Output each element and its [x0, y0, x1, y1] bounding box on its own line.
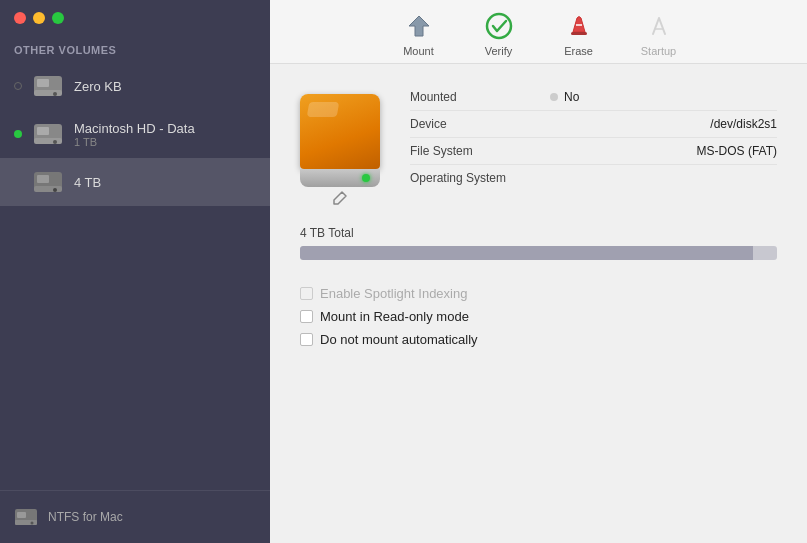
svg-rect-2 — [37, 79, 49, 87]
mount-button[interactable]: Mount — [394, 10, 444, 57]
erase-label: Erase — [564, 45, 593, 57]
rename-icon[interactable] — [332, 190, 348, 206]
content-area: Mounted No Device /dev/disk2s1 File Syst… — [270, 64, 807, 543]
traffic-lights — [0, 0, 270, 36]
sidebar-footer-label: NTFS for Mac — [48, 510, 123, 524]
option-no-auto-mount: Do not mount automatically — [300, 332, 777, 347]
readonly-label: Mount in Read-only mode — [320, 309, 469, 324]
device-label: Device — [410, 117, 550, 131]
close-button[interactable] — [14, 12, 26, 24]
svg-rect-1 — [34, 90, 62, 96]
erase-icon — [563, 10, 595, 42]
startup-label: Startup — [641, 45, 676, 57]
device-row: Device /dev/disk2s1 — [410, 111, 777, 138]
svg-rect-6 — [37, 127, 49, 135]
sidebar-section-label: Other Volumes — [0, 36, 270, 62]
sidebar: Other Volumes Zero KB Macintosh HD - Dat… — [0, 0, 270, 543]
svg-point-11 — [53, 188, 57, 192]
sidebar-footer: NTFS for Mac — [0, 490, 270, 543]
startup-button[interactable]: Startup — [634, 10, 684, 57]
svg-rect-9 — [34, 186, 62, 192]
hd-status-light — [362, 174, 370, 182]
info-table: Mounted No Device /dev/disk2s1 File Syst… — [410, 84, 777, 191]
svg-rect-5 — [34, 138, 62, 144]
no-auto-mount-label: Do not mount automatically — [320, 332, 478, 347]
mounted-dot — [550, 93, 558, 101]
mounted-label: Mounted — [410, 90, 550, 104]
volume-panel: Mounted No Device /dev/disk2s1 File Syst… — [300, 84, 777, 206]
mounted-value: No — [550, 90, 777, 104]
disk-icon-zero-kb — [32, 70, 64, 102]
svg-point-7 — [53, 140, 57, 144]
svg-rect-14 — [17, 512, 26, 518]
sidebar-item-4tb-name: 4 TB — [74, 175, 101, 190]
toolbar: Mount Verify Erase — [270, 0, 807, 64]
startup-icon — [643, 10, 675, 42]
spotlight-label: Enable Spotlight Indexing — [320, 286, 467, 301]
filesystem-value: MS-DOS (FAT) — [550, 144, 777, 158]
storage-label: 4 TB Total — [300, 226, 777, 240]
svg-rect-18 — [571, 32, 587, 35]
storage-bar — [300, 246, 777, 260]
mount-label: Mount — [403, 45, 434, 57]
option-spotlight: Enable Spotlight Indexing — [300, 286, 777, 301]
volume-icon — [300, 94, 380, 184]
filesystem-label: File System — [410, 144, 550, 158]
sidebar-item-macintosh-hd[interactable]: Macintosh HD - Data 1 TB — [0, 110, 270, 158]
volume-icon-container — [300, 84, 380, 206]
svg-rect-10 — [37, 175, 49, 183]
sidebar-item-macintosh-hd-sub: 1 TB — [74, 136, 195, 148]
readonly-checkbox[interactable] — [300, 310, 313, 323]
no-auto-mount-checkbox[interactable] — [300, 333, 313, 346]
svg-point-3 — [53, 92, 57, 96]
filesystem-row: File System MS-DOS (FAT) — [410, 138, 777, 165]
svg-point-17 — [487, 14, 511, 38]
main-panel: Mount Verify Erase — [270, 0, 807, 543]
option-readonly: Mount in Read-only mode — [300, 309, 777, 324]
os-label: Operating System — [410, 171, 550, 185]
sidebar-item-macintosh-hd-text: Macintosh HD - Data 1 TB — [74, 121, 195, 148]
sidebar-item-zero-kb[interactable]: Zero KB — [0, 62, 270, 110]
device-value: /dev/disk2s1 — [550, 117, 777, 131]
mount-dot-macintosh-hd — [14, 130, 22, 138]
minimize-button[interactable] — [33, 12, 45, 24]
svg-marker-16 — [409, 16, 429, 36]
mounted-row: Mounted No — [410, 84, 777, 111]
zoom-button[interactable] — [52, 12, 64, 24]
disk-icon-4tb — [32, 166, 64, 198]
sidebar-item-zero-kb-name: Zero KB — [74, 79, 122, 94]
spotlight-checkbox[interactable] — [300, 287, 313, 300]
erase-button[interactable]: Erase — [554, 10, 604, 57]
mount-icon — [403, 10, 435, 42]
svg-rect-13 — [15, 520, 37, 525]
storage-section: 4 TB Total — [300, 226, 777, 260]
storage-fill — [300, 246, 753, 260]
os-row: Operating System — [410, 165, 777, 191]
verify-label: Verify — [485, 45, 513, 57]
mount-dot-zero-kb — [14, 82, 22, 90]
sidebar-item-4tb[interactable]: 4 TB — [0, 158, 270, 206]
disk-icon-macintosh-hd — [32, 118, 64, 150]
sidebar-item-macintosh-hd-name: Macintosh HD - Data — [74, 121, 195, 136]
ntfs-icon — [14, 505, 38, 529]
svg-point-15 — [31, 522, 34, 525]
options-section: Enable Spotlight Indexing Mount in Read-… — [300, 286, 777, 347]
verify-button[interactable]: Verify — [474, 10, 524, 57]
sidebar-item-zero-kb-text: Zero KB — [74, 79, 122, 94]
sidebar-item-4tb-text: 4 TB — [74, 175, 101, 190]
verify-icon — [483, 10, 515, 42]
mounted-value-text: No — [564, 90, 579, 104]
